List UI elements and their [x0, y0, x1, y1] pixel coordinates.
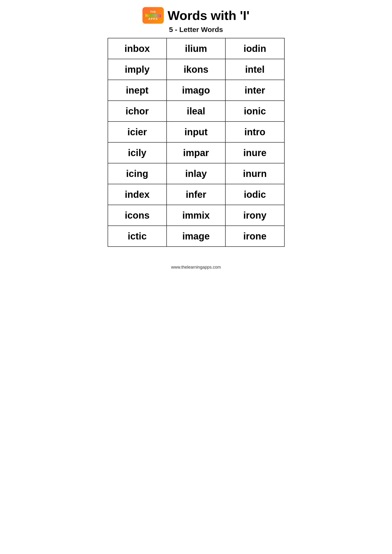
word-cell: iodic [225, 184, 284, 205]
word-cell: irone [225, 226, 284, 247]
word-cell: icier [108, 122, 167, 142]
word-cell: inbox [108, 38, 167, 59]
table-row: ineptimagointer [108, 80, 284, 101]
logo-the: THE [150, 11, 156, 13]
word-cell: image [167, 226, 225, 247]
word-cell: ikons [167, 59, 225, 80]
table-row: ichorilealionic [108, 101, 284, 122]
word-cell: inept [108, 80, 167, 101]
word-cell: irony [225, 205, 284, 226]
main-title: Words with 'I' [168, 9, 250, 22]
table-row: icierinputintro [108, 122, 284, 142]
word-cell: inurn [225, 163, 284, 184]
logo-learning: learning [145, 13, 161, 18]
logo-apps: APPS [148, 18, 158, 20]
word-cell: icing [108, 163, 167, 184]
word-cell: icons [108, 205, 167, 226]
word-cell: input [167, 122, 225, 142]
table-row: indexinferiodic [108, 184, 284, 205]
table-row: icilyimparinure [108, 142, 284, 163]
word-cell: ichor [108, 101, 167, 122]
table-row: iconsimmixirony [108, 205, 284, 226]
word-cell: infer [167, 184, 225, 205]
table-row: implyikonsintel [108, 59, 284, 80]
word-cell: inter [225, 80, 284, 101]
word-cell: iodin [225, 38, 284, 59]
word-cell: icily [108, 142, 167, 163]
logo: THE learning APPS [142, 7, 164, 24]
table-row: inboxiliumiodin [108, 38, 284, 59]
table-row: icinginlayinurn [108, 163, 284, 184]
word-cell: inure [225, 142, 284, 163]
header: THE learning APPS Words with 'I' 5 - Let… [108, 7, 285, 34]
subtitle: 5 - Letter Words [169, 26, 223, 34]
table-row: icticimageirone [108, 226, 284, 247]
word-cell: imago [167, 80, 225, 101]
word-cell: index [108, 184, 167, 205]
word-cell: impar [167, 142, 225, 163]
word-table: inboxiliumiodinimplyikonsintelineptimago… [108, 38, 285, 247]
word-cell: intro [225, 122, 284, 142]
word-cell: inlay [167, 163, 225, 184]
header-top: THE learning APPS Words with 'I' [142, 7, 250, 24]
word-cell: imply [108, 59, 167, 80]
word-cell: ionic [225, 101, 284, 122]
word-cell: ilium [167, 38, 225, 59]
word-cell: ictic [108, 226, 167, 247]
word-cell: immix [167, 205, 225, 226]
word-cell: intel [225, 59, 284, 80]
footer-url: www.thelearningapps.com [171, 263, 221, 270]
page: THE learning APPS Words with 'I' 5 - Let… [98, 0, 294, 277]
word-cell: ileal [167, 101, 225, 122]
